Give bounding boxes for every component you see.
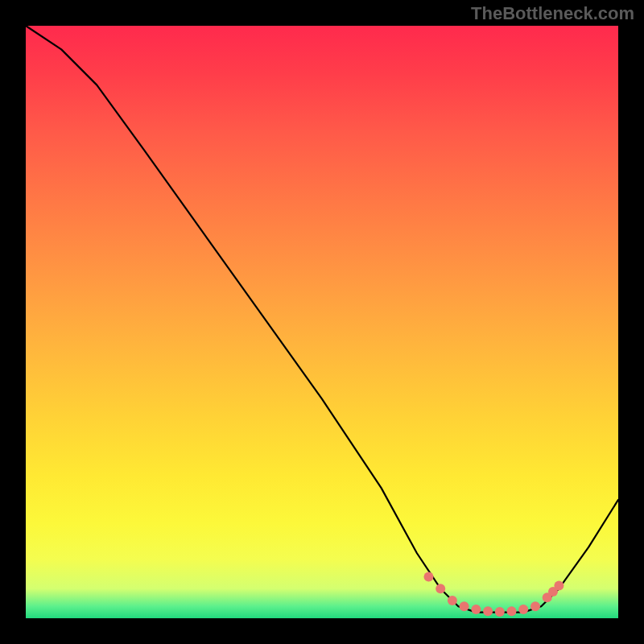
highlight-dot bbox=[495, 607, 505, 617]
highlight-dot bbox=[436, 584, 445, 593]
chart-container: TheBottleneck.com bbox=[0, 0, 644, 644]
highlight-dot-group bbox=[424, 572, 564, 617]
highlight-dot bbox=[424, 572, 434, 582]
curve-svg bbox=[26, 26, 618, 618]
highlight-dot bbox=[554, 581, 564, 591]
highlight-dot bbox=[483, 606, 493, 616]
highlight-dot bbox=[460, 601, 469, 611]
highlight-dot bbox=[448, 596, 457, 605]
plot-area bbox=[26, 26, 618, 618]
highlight-dot bbox=[507, 606, 517, 616]
highlight-dot bbox=[518, 605, 528, 614]
highlight-dot bbox=[530, 601, 540, 611]
highlight-dot bbox=[471, 605, 481, 614]
watermark-text: TheBottleneck.com bbox=[471, 3, 634, 24]
bottleneck-curve bbox=[26, 26, 618, 613]
